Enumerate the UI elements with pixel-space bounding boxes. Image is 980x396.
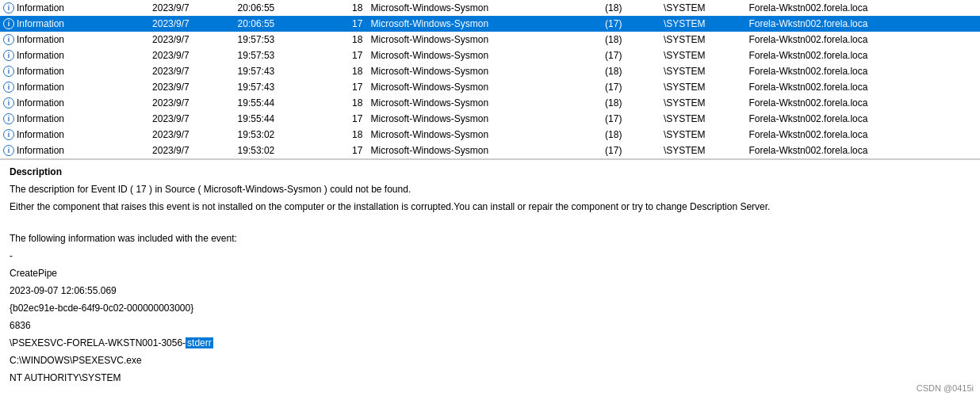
- description-title: Description: [10, 166, 970, 177]
- table-row[interactable]: iInformation2023/9/720:06:5517Microsoft-…: [0, 16, 980, 32]
- cell-user: \SYSTEM: [660, 0, 745, 16]
- cell-taskcat: (18): [602, 32, 660, 48]
- cell-taskcat: (17): [602, 48, 660, 63]
- cell-source: Microsoft-Windows-Sysmon: [367, 95, 602, 111]
- cell-time: 19:57:43: [235, 63, 315, 79]
- cell-taskcat: (18): [602, 63, 660, 79]
- cell-date: 2023/9/7: [149, 63, 234, 79]
- cell-source: Microsoft-Windows-Sysmon: [367, 16, 602, 32]
- cell-eventid: 17: [314, 143, 367, 158]
- cell-computer: Forela-Wkstn002.forela.loca: [745, 16, 980, 32]
- cell-eventid: 18: [314, 63, 367, 79]
- cell-computer: Forela-Wkstn002.forela.loca: [745, 48, 980, 63]
- cell-taskcat: (18): [602, 127, 660, 143]
- cell-time: 19:53:02: [235, 143, 315, 158]
- cell-date: 2023/9/7: [149, 95, 234, 111]
- cell-taskcat: (17): [602, 79, 660, 95]
- table-row[interactable]: iInformation2023/9/719:57:4318Microsoft-…: [0, 63, 980, 79]
- table-row[interactable]: iInformation2023/9/719:55:4418Microsoft-…: [0, 95, 980, 111]
- desc-line9: \PSEXESVC-FORELA-WKSTN001-3056-stderr: [10, 336, 970, 350]
- cell-level: iInformation: [0, 127, 149, 143]
- cell-computer: Forela-Wkstn002.forela.loca: [745, 143, 980, 158]
- cell-time: 19:55:44: [235, 95, 315, 111]
- cell-level: iInformation: [0, 48, 149, 63]
- cell-eventid: 18: [314, 127, 367, 143]
- description-section: Description The description for Event ID…: [0, 159, 980, 396]
- info-icon: i: [3, 34, 14, 45]
- desc-line6: 2023-09-07 12:06:55.069: [10, 284, 970, 298]
- cell-computer: Forela-Wkstn002.forela.loca: [745, 0, 980, 16]
- cell-source: Microsoft-Windows-Sysmon: [367, 0, 602, 16]
- table-row[interactable]: iInformation2023/9/719:53:0217Microsoft-…: [0, 143, 980, 158]
- cell-source: Microsoft-Windows-Sysmon: [367, 32, 602, 48]
- cell-date: 2023/9/7: [149, 0, 234, 16]
- table-row[interactable]: iInformation2023/9/720:06:5518Microsoft-…: [0, 0, 980, 16]
- cell-eventid: 17: [314, 111, 367, 127]
- cell-eventid: 18: [314, 0, 367, 16]
- cell-taskcat: (17): [602, 111, 660, 127]
- info-icon: i: [3, 66, 14, 77]
- cell-eventid: 17: [314, 79, 367, 95]
- cell-level: iInformation: [0, 32, 149, 48]
- cell-eventid: 17: [314, 48, 367, 63]
- desc-line8: 6836: [10, 318, 970, 333]
- cell-source: Microsoft-Windows-Sysmon: [367, 111, 602, 127]
- cell-computer: Forela-Wkstn002.forela.loca: [745, 95, 980, 111]
- cell-taskcat: (18): [602, 0, 660, 16]
- cell-user: \SYSTEM: [660, 16, 745, 32]
- cell-date: 2023/9/7: [149, 127, 234, 143]
- cell-taskcat: (18): [602, 95, 660, 111]
- info-icon: i: [3, 18, 14, 29]
- desc-line5: CreatePipe: [10, 266, 970, 280]
- cell-date: 2023/9/7: [149, 79, 234, 95]
- info-icon: i: [3, 113, 14, 124]
- desc-line11: NT AUTHORITY\SYSTEM: [10, 371, 970, 385]
- cell-source: Microsoft-Windows-Sysmon: [367, 63, 602, 79]
- cell-level: iInformation: [0, 111, 149, 127]
- cell-time: 19:53:02: [235, 127, 315, 143]
- desc-line2: Either the component that raises this ev…: [10, 200, 970, 214]
- info-icon: i: [3, 97, 14, 109]
- cell-eventid: 18: [314, 95, 367, 111]
- cell-source: Microsoft-Windows-Sysmon: [367, 48, 602, 63]
- watermark: CSDN @0415i: [917, 383, 974, 393]
- table-row[interactable]: iInformation2023/9/719:53:0218Microsoft-…: [0, 127, 980, 143]
- cell-time: 20:06:55: [235, 16, 315, 32]
- cell-user: \SYSTEM: [660, 95, 745, 111]
- cell-level: iInformation: [0, 79, 149, 95]
- cell-eventid: 17: [314, 16, 367, 32]
- desc-line1: The description for Event ID ( 17 ) in S…: [10, 182, 970, 196]
- cell-computer: Forela-Wkstn002.forela.loca: [745, 32, 980, 48]
- cell-computer: Forela-Wkstn002.forela.loca: [745, 111, 980, 127]
- cell-level: iInformation: [0, 143, 149, 158]
- desc-line9-highlight: stderr: [186, 337, 213, 348]
- table-row[interactable]: iInformation2023/9/719:57:5318Microsoft-…: [0, 32, 980, 48]
- cell-level: iInformation: [0, 16, 149, 32]
- table-row[interactable]: iInformation2023/9/719:57:5317Microsoft-…: [0, 48, 980, 63]
- cell-date: 2023/9/7: [149, 48, 234, 63]
- cell-source: Microsoft-Windows-Sysmon: [367, 79, 602, 95]
- cell-level: iInformation: [0, 95, 149, 111]
- cell-eventid: 18: [314, 32, 367, 48]
- table-row[interactable]: iInformation2023/9/719:57:4317Microsoft-…: [0, 79, 980, 95]
- cell-time: 19:57:53: [235, 32, 315, 48]
- cell-source: Microsoft-Windows-Sysmon: [367, 127, 602, 143]
- info-icon: i: [3, 82, 14, 93]
- description-content: The description for Event ID ( 17 ) in S…: [10, 182, 970, 385]
- cell-user: \SYSTEM: [660, 32, 745, 48]
- cell-date: 2023/9/7: [149, 143, 234, 158]
- table-row[interactable]: iInformation2023/9/719:55:4417Microsoft-…: [0, 111, 980, 127]
- desc-line3: The following information was included w…: [10, 231, 970, 246]
- info-icon: i: [3, 145, 14, 156]
- info-icon: i: [3, 50, 14, 61]
- cell-time: 19:57:53: [235, 48, 315, 63]
- cell-user: \SYSTEM: [660, 127, 745, 143]
- cell-taskcat: (17): [602, 143, 660, 158]
- event-log-table-section: iInformation2023/9/720:06:5518Microsoft-…: [0, 0, 980, 159]
- info-icon: i: [3, 129, 14, 140]
- cell-time: 20:06:55: [235, 0, 315, 16]
- desc-line9-before: \PSEXESVC-FORELA-WKSTN001-3056-: [10, 337, 186, 348]
- cell-date: 2023/9/7: [149, 32, 234, 48]
- event-log-table: iInformation2023/9/720:06:5518Microsoft-…: [0, 0, 980, 158]
- cell-level: iInformation: [0, 0, 149, 16]
